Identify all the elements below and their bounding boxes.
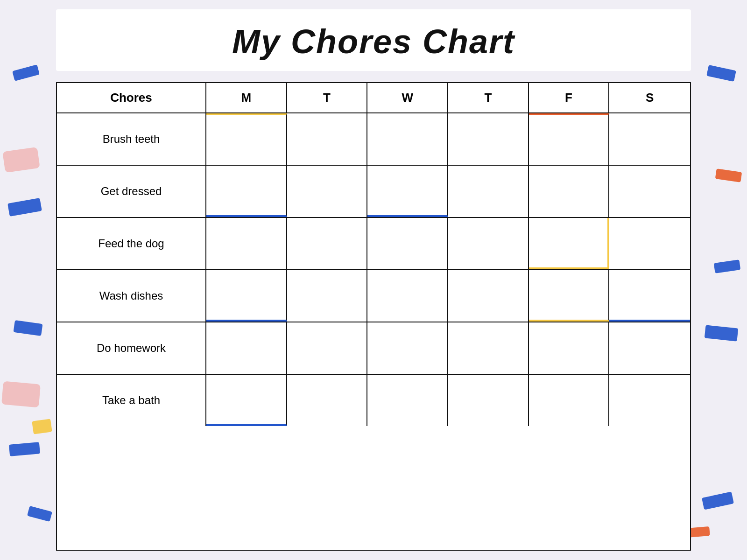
cell-0-3[interactable] bbox=[448, 113, 529, 165]
cell-3-4[interactable] bbox=[529, 270, 610, 322]
cell-2-4[interactable] bbox=[529, 218, 610, 269]
chore-label-1: Get dressed bbox=[57, 166, 206, 217]
cell-5-2[interactable] bbox=[367, 375, 448, 426]
header-chores: Chores bbox=[57, 83, 206, 112]
cell-2-2[interactable] bbox=[367, 218, 448, 269]
header-thu: T bbox=[448, 83, 529, 112]
cell-2-5[interactable] bbox=[609, 218, 690, 269]
cell-4-1[interactable] bbox=[287, 322, 368, 374]
cell-0-1[interactable] bbox=[287, 113, 368, 165]
cell-0-5[interactable] bbox=[609, 113, 690, 165]
chore-label-0: Brush teeth bbox=[57, 113, 206, 165]
row-take-bath: Take a bath bbox=[57, 375, 690, 426]
cell-3-3[interactable] bbox=[448, 270, 529, 322]
cell-1-4[interactable] bbox=[529, 166, 610, 217]
cell-2-0[interactable] bbox=[206, 218, 287, 269]
cell-4-3[interactable] bbox=[448, 322, 529, 374]
chore-label-4: Do homework bbox=[57, 322, 206, 374]
cell-5-3[interactable] bbox=[448, 375, 529, 426]
title-banner: My Chores Chart bbox=[56, 9, 691, 71]
cell-1-2[interactable] bbox=[367, 166, 448, 217]
cell-5-0[interactable] bbox=[206, 375, 287, 426]
header-fri: F bbox=[529, 83, 610, 112]
chore-label-2: Feed the dog bbox=[57, 218, 206, 269]
cell-4-4[interactable] bbox=[529, 322, 610, 374]
chores-chart: Chores M T W T F S Brush teeth Get dress… bbox=[56, 82, 691, 551]
header-tue: T bbox=[287, 83, 368, 112]
row-wash-dishes: Wash dishes bbox=[57, 270, 690, 322]
chore-label-5: Take a bath bbox=[57, 375, 206, 426]
cell-3-1[interactable] bbox=[287, 270, 368, 322]
cell-4-5[interactable] bbox=[609, 322, 690, 374]
cell-1-3[interactable] bbox=[448, 166, 529, 217]
cell-1-5[interactable] bbox=[609, 166, 690, 217]
cell-0-4[interactable] bbox=[529, 113, 610, 165]
cell-4-0[interactable] bbox=[206, 322, 287, 374]
cell-5-4[interactable] bbox=[529, 375, 610, 426]
cell-1-0[interactable] bbox=[206, 166, 287, 217]
row-brush-teeth: Brush teeth bbox=[57, 113, 690, 166]
cell-1-1[interactable] bbox=[287, 166, 368, 217]
cell-2-1[interactable] bbox=[287, 218, 368, 269]
cell-2-3[interactable] bbox=[448, 218, 529, 269]
cell-0-2[interactable] bbox=[367, 113, 448, 165]
cell-0-0[interactable] bbox=[206, 113, 287, 165]
row-get-dressed: Get dressed bbox=[57, 166, 690, 218]
chore-label-3: Wash dishes bbox=[57, 270, 206, 322]
cell-3-2[interactable] bbox=[367, 270, 448, 322]
header-mon: M bbox=[206, 83, 287, 112]
page-title: My Chores Chart bbox=[232, 23, 515, 60]
header-sat: S bbox=[609, 83, 690, 112]
header-wed: W bbox=[367, 83, 448, 112]
cell-5-5[interactable] bbox=[609, 375, 690, 426]
cell-3-5[interactable] bbox=[609, 270, 690, 322]
cell-4-2[interactable] bbox=[367, 322, 448, 374]
row-feed-dog: Feed the dog bbox=[57, 218, 690, 270]
cell-5-1[interactable] bbox=[287, 375, 368, 426]
row-do-homework: Do homework bbox=[57, 322, 690, 375]
cell-3-0[interactable] bbox=[206, 270, 287, 322]
chart-header: Chores M T W T F S bbox=[57, 83, 690, 113]
